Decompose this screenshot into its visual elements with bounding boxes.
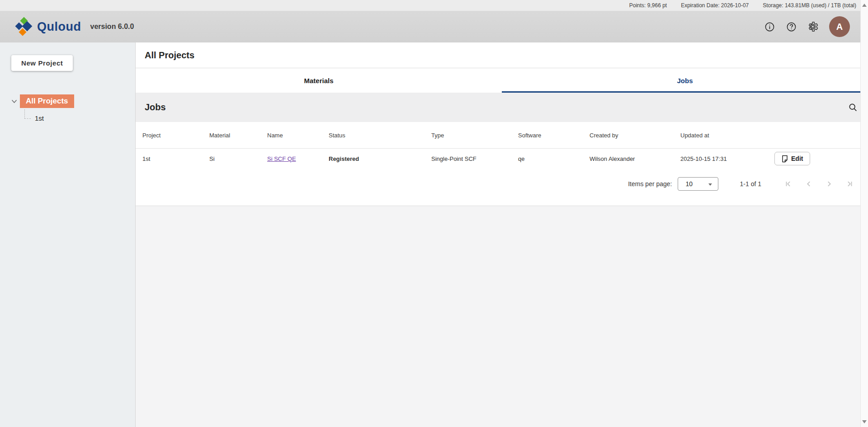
table-header-row: Project Material Name Status Type Softwa… [136,122,868,148]
expiration-indicator: Expiration Date: 2026-10-07 [681,2,749,9]
tab-jobs[interactable]: Jobs [502,68,868,93]
cell-project: 1st [142,155,209,162]
col-project: Project [142,132,209,139]
page-title: All Projects [145,50,868,61]
browser-info-bar: Points: 9,966 pt Expiration Date: 2026-1… [0,0,868,11]
scroll-down-icon[interactable] [862,420,867,423]
brand: Quloud version 6.0.0 [15,17,134,37]
tree-root-row: All Projects [11,94,135,108]
cell-status: Registered [329,155,431,162]
edit-button-label: Edit [791,155,803,162]
gear-icon[interactable] [807,21,818,32]
tree-connector [24,109,31,119]
tabs: Materials Jobs [136,68,868,93]
project-tree: All Projects 1st [11,94,135,122]
select-caret-icon [708,183,712,186]
last-page-icon[interactable] [844,178,855,190]
version-label: version 6.0.0 [90,23,134,31]
tab-materials[interactable]: Materials [136,68,502,93]
info-icon[interactable] [764,21,775,32]
col-updated-at: Updated at [680,132,774,139]
previous-page-icon[interactable] [803,178,815,190]
app-header: Quloud version 6.0.0 A [0,11,868,42]
next-page-icon[interactable] [823,178,835,190]
search-icon[interactable] [848,103,858,113]
scroll-up-icon[interactable] [862,4,867,7]
col-software: Software [518,132,590,139]
brand-name: Quloud [37,20,81,34]
cell-type: Single-Point SCF [431,155,518,162]
points-indicator: Points: 9,966 pt [629,2,667,9]
sidebar-item-1st[interactable]: 1st [35,108,44,122]
quloud-logo-icon [15,17,33,37]
cell-created-by: Wilson Alexander [590,155,680,162]
items-per-page-label: Items per page: [628,180,672,188]
header-actions: A [764,16,853,37]
table-row: 1st Si Si SCF QE Registered Single-Point… [136,148,868,169]
help-icon[interactable] [786,21,797,32]
col-type: Type [431,132,518,139]
items-per-page-select[interactable]: 10 [678,177,718,191]
edit-document-icon [782,155,788,163]
section-title: Jobs [145,102,166,113]
cell-software: qe [518,155,590,162]
jobs-section-header: Jobs [136,93,868,122]
main-content: All Projects Materials Jobs Jobs Project… [136,42,868,427]
cell-material: Si [209,155,267,162]
storage-indicator: Storage: 143.81MB (used) / 1TB (total) [763,2,856,9]
col-material: Material [209,132,267,139]
paginator: Items per page: 10 1-1 of 1 [136,169,868,199]
tree-child-row: 1st [24,108,135,122]
first-page-icon[interactable] [783,178,794,190]
edit-button[interactable]: Edit [774,152,810,165]
new-project-button[interactable]: New Project [11,55,73,71]
items-per-page-value: 10 [686,180,693,188]
chevron-down-icon[interactable] [11,99,17,103]
jobs-table: Project Material Name Status Type Softwa… [136,122,868,169]
cell-updated-at: 2025-10-15 17:31 [680,155,774,162]
title-bar: All Projects [136,42,868,68]
col-created-by: Created by [590,132,680,139]
col-status: Status [329,132,431,139]
avatar[interactable]: A [829,16,850,37]
job-name-link[interactable]: Si SCF QE [267,155,296,162]
pagination-range: 1-1 of 1 [740,180,761,188]
sidebar: New Project All Projects 1st [0,42,136,427]
window-scrollbar[interactable] [860,0,868,427]
sidebar-item-all-projects[interactable]: All Projects [20,94,74,108]
col-name: Name [267,132,329,139]
content-card-end [136,199,868,206]
